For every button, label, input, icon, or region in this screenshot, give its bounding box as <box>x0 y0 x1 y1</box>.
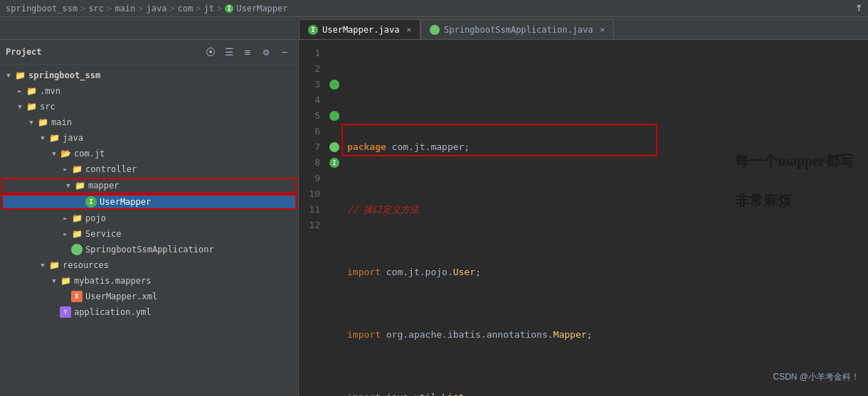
tree-item-label: springboot_ssm <box>28 70 100 80</box>
tree-item-label: resources <box>63 260 109 270</box>
code-editor[interactable]: 1 2 3 4 5 6 7 8 9 10 11 12 <box>299 40 868 396</box>
expand-icon[interactable]: ▼ <box>3 68 14 83</box>
expand-spacer <box>48 304 60 320</box>
tree-item-root[interactable]: ▼ 📁 springboot_ssm <box>0 68 298 83</box>
tree-item-label: Service <box>85 229 122 239</box>
tree-item-java[interactable]: ▼ 📁 java <box>0 130 298 146</box>
tab-usermapper[interactable]: I UserMapper.java ✕ <box>299 19 420 39</box>
align2-icon[interactable]: ≡ <box>240 44 255 60</box>
folder-icon: 📁 <box>14 70 26 81</box>
breadcrumb-item[interactable]: main <box>115 4 135 14</box>
expand-spacer <box>74 194 85 210</box>
tab-close-button[interactable]: ✕ <box>406 25 411 34</box>
spring-file-icon <box>71 244 83 255</box>
tree-item-resources[interactable]: ▼ 📁 resources <box>0 257 298 273</box>
tab-bar: I UserMapper.java ✕ SpringbootSsmApplica… <box>0 17 868 40</box>
expand-icon[interactable]: ▼ <box>37 130 48 146</box>
tree-item-label: mybatis.mappers <box>74 276 151 286</box>
expand-icon[interactable]: ► <box>60 210 71 226</box>
align-icon[interactable]: ☰ <box>221 44 237 60</box>
folder-icon: 📁 <box>71 164 83 175</box>
tab-close-button[interactable]: ✕ <box>600 25 605 34</box>
folder-icon: 📁 <box>26 85 37 97</box>
folder-icon: 📁 <box>60 275 71 287</box>
interface-icon: I <box>308 25 318 35</box>
tree-item-label: SpringbootSsmApplicationr <box>85 245 214 255</box>
tree-item-label: .mvn <box>40 86 60 96</box>
expand-spacer <box>60 242 71 257</box>
tree-item-mapper[interactable]: ▼ 📁 mapper <box>1 178 297 193</box>
minus-icon[interactable]: − <box>277 44 292 60</box>
expand-icon[interactable]: ► <box>14 83 26 99</box>
gear-icon[interactable]: ⚙ <box>258 44 274 60</box>
tree-item-label: main <box>51 117 72 127</box>
tree-item-label: src <box>40 102 55 112</box>
tree-item-comjt[interactable]: ▼ 📂 com.jt <box>0 146 298 161</box>
tree-item-controller[interactable]: ► 📁 controller <box>0 161 298 177</box>
expand-icon[interactable]: ▼ <box>14 99 26 114</box>
tree-item-src[interactable]: ▼ 📁 src <box>0 99 298 114</box>
compass-icon[interactable]: ⦿ <box>203 44 218 60</box>
gutter-bean2-icon <box>327 108 342 124</box>
gutter-interface-icon: I <box>327 155 342 171</box>
folder-icon: 📁 <box>37 117 48 128</box>
line-numbers: 1 2 3 4 5 6 7 8 9 10 11 12 <box>299 46 327 390</box>
spring-icon <box>430 25 440 35</box>
tree-item-label: UserMapper.xml <box>85 291 157 301</box>
annotation-text: 每一个mapper都写 非常麻烦 <box>699 131 854 230</box>
tree-item-usermapperxml[interactable]: X UserMapper.xml <box>0 289 298 304</box>
sidebar-header: Project ⦿ ☰ ≡ ⚙ − <box>0 40 298 65</box>
tab-label: UserMapper.java <box>322 25 399 35</box>
expand-icon[interactable]: ▼ <box>37 257 48 273</box>
breadcrumb-item[interactable]: jt <box>204 4 214 14</box>
breadcrumb-item[interactable]: java <box>146 4 166 14</box>
gutter: I <box>327 46 342 390</box>
navigate-up-icon[interactable]: ⤒ <box>855 4 862 14</box>
tree-item-label: com.jt <box>74 149 105 159</box>
watermark: CSDN @小羊考金科！ <box>773 369 859 385</box>
tree-item-label: application.yml <box>74 307 151 317</box>
expand-icon[interactable]: ▼ <box>63 178 74 193</box>
folder-icon: 📁 <box>71 213 83 224</box>
code-content[interactable]: package com.jt.mapper; // 接口定义方法 import … <box>342 46 868 390</box>
xml-file-icon: X <box>71 291 83 302</box>
tree-item-appyaml[interactable]: Y application.yml <box>0 304 298 320</box>
java-folder-icon: 📁 <box>48 132 60 144</box>
sidebar: Project ⦿ ☰ ≡ ⚙ − ▼ 📁 springboot_ssm ► 📁… <box>0 40 299 396</box>
folder-icon: 📁 <box>48 259 60 271</box>
breadcrumb-item[interactable]: springboot_ssm <box>6 4 78 14</box>
expand-icon[interactable]: ► <box>60 226 71 242</box>
tree-item-pojo[interactable]: ► 📁 pojo <box>0 210 298 226</box>
tree-item-service[interactable]: ► 📁 Service <box>0 226 298 242</box>
gutter-spring-icon <box>327 139 342 155</box>
folder-icon: 📁 <box>74 180 85 191</box>
expand-icon[interactable]: ▼ <box>48 146 60 161</box>
tree-item-label: mapper <box>88 181 119 191</box>
gutter-bean-icon <box>327 77 342 92</box>
expand-spacer <box>60 289 71 304</box>
package-icon: 📂 <box>60 148 71 159</box>
tree-item-label: pojo <box>85 213 106 223</box>
tree-item-label: java <box>63 133 83 143</box>
breadcrumb-item[interactable]: I UserMapper <box>225 3 287 14</box>
breadcrumb-item[interactable]: src <box>88 4 104 14</box>
tree-item-main[interactable]: ▼ 📁 main <box>0 114 298 130</box>
mapper-container: ▼ 📁 mapper I UserMapper <box>0 178 298 210</box>
tree-item-springbootapp[interactable]: SpringbootSsmApplicationr <box>0 242 298 257</box>
interface-file-icon: I <box>85 196 97 208</box>
code-area: 1 2 3 4 5 6 7 8 9 10 11 12 <box>299 40 868 396</box>
yaml-file-icon: Y <box>60 306 71 318</box>
tree-item-label: UserMapper <box>100 197 151 207</box>
breadcrumb: springboot_ssm > src > main > java > com… <box>0 0 868 17</box>
expand-icon[interactable]: ▼ <box>26 114 37 130</box>
tree-item-usermapper[interactable]: I UserMapper <box>1 194 297 210</box>
expand-icon[interactable]: ▼ <box>48 273 60 289</box>
code-line-5: import java.util.List; <box>347 390 868 396</box>
tree-item-mvn[interactable]: ► 📁 .mvn <box>0 83 298 99</box>
tree-item-label: controller <box>85 164 137 174</box>
code-line-3: import com.jt.pojo.User; <box>347 264 868 280</box>
breadcrumb-item[interactable]: com <box>178 4 194 14</box>
expand-icon[interactable]: ► <box>60 161 71 177</box>
tree-item-mybatis[interactable]: ▼ 📁 mybatis.mappers <box>0 273 298 289</box>
tab-springboot[interactable]: SpringbootSsmApplication.java ✕ <box>420 19 614 39</box>
